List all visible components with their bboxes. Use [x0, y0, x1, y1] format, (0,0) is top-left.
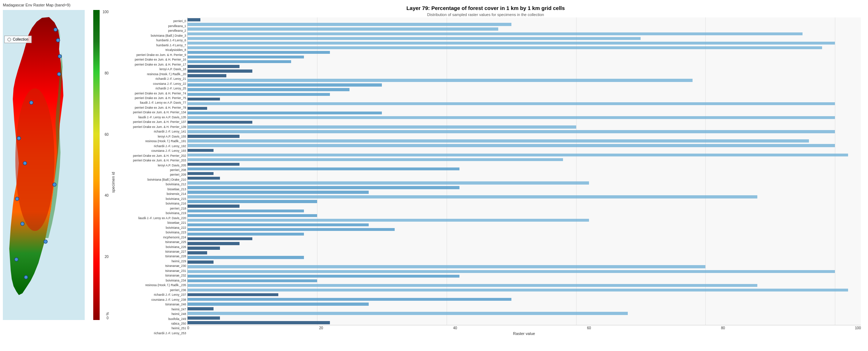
specimen-label: tsirananae_232 — [116, 273, 187, 278]
colorbar-20: 20 — [105, 255, 109, 259]
colorbar-labels: 100 80 60 40 20 0 — [102, 10, 109, 320]
bar-row — [188, 139, 861, 143]
specimen-label: perrieri Drake ex Jum. & H. Perrier_78 — [116, 105, 187, 110]
bar-row — [188, 213, 861, 218]
colorbar-0: 0 — [106, 316, 109, 320]
specimen-label: tsirananae_228 — [116, 254, 187, 259]
bar-row — [188, 111, 861, 115]
bar-row — [188, 185, 861, 190]
specimen-label: perrieri Drake ex Jum. & H. Perrier_74 — [116, 91, 187, 96]
bar — [188, 200, 317, 203]
bar — [188, 27, 498, 30]
bar — [188, 83, 382, 86]
colorbar-60: 60 — [105, 133, 109, 136]
svg-point-9 — [17, 136, 21, 140]
bar — [188, 93, 330, 96]
bar-row — [188, 237, 861, 241]
colorbar-80: 80 — [105, 71, 109, 75]
bar-row — [188, 17, 861, 22]
bar — [188, 135, 240, 138]
bar — [188, 251, 207, 254]
specimen-label: tricalysioides_8 — [116, 48, 187, 52]
chart-area: specimen id perrieri_0pervilleana_1pervi… — [110, 17, 861, 344]
bar — [188, 56, 304, 58]
x-tick: 40 — [453, 326, 457, 330]
bar-row — [188, 143, 861, 148]
specimen-label: resinosa (Hook. f.) Radlk._235 — [116, 283, 187, 288]
bar-row — [188, 125, 861, 129]
specimen-label: pervilleana_1 — [116, 24, 187, 28]
bar-row — [188, 222, 861, 227]
specimen-label: richardii J.-F. Leroy_21 — [116, 77, 187, 81]
bar-row — [188, 306, 861, 311]
bar-row — [188, 302, 861, 306]
bar — [188, 289, 848, 291]
bar — [188, 88, 349, 91]
specimen-label: perrieri Drake ex Jum. & H. Perrier_17 — [116, 62, 187, 67]
x-axis-title: Raster value — [187, 331, 861, 336]
bar — [188, 158, 563, 161]
bar-row — [188, 157, 861, 162]
specimen-label: perrieri Drake ex Jum. & H. Perrier_16 — [116, 57, 187, 62]
bar-row — [188, 134, 861, 139]
bar — [188, 181, 589, 184]
svg-point-16 — [24, 275, 28, 279]
bar-row — [188, 153, 861, 157]
specimen-label: perrieri Drake ex Jum. & H. Perrier_202 — [116, 153, 187, 158]
bar — [188, 205, 240, 207]
colorbar-100: 100 — [102, 10, 109, 14]
svg-point-11 — [53, 183, 56, 186]
specimen-label: boiviniana_226 — [116, 244, 187, 249]
specimen-label: richardii J.-F. Leroy_141 — [116, 129, 187, 134]
bar — [188, 69, 252, 72]
bar — [188, 125, 576, 128]
bar-row — [188, 316, 861, 320]
x-tick: 0 — [187, 326, 189, 330]
bar-row — [188, 241, 861, 246]
specimen-label: richardii J.-F. Leroy_192 — [116, 144, 187, 148]
y-axis-label: specimen id — [110, 21, 116, 344]
bar-row — [188, 269, 861, 274]
specimen-labels: perrieri_0pervilleana_1pervilleana_2boiv… — [116, 17, 187, 344]
bar-row — [188, 167, 861, 171]
bar — [188, 195, 757, 198]
bar-row — [188, 162, 861, 166]
bar-row — [188, 176, 861, 181]
bar — [188, 233, 304, 236]
chart-panel: Layer 79: Percentage of forest cover in … — [110, 0, 868, 351]
bar-row — [188, 73, 861, 78]
bar — [188, 102, 835, 105]
svg-point-14 — [44, 240, 47, 243]
colorbar-40: 40 — [105, 193, 109, 197]
bar-row — [188, 255, 861, 260]
bar — [188, 223, 369, 226]
specimen-label: pervilleana_2 — [116, 29, 187, 33]
specimen-label: perrieri Drake ex Jum. & H. Perrier_75 — [116, 96, 187, 100]
specimen-label: coursiana J.-F. Leroy_22 — [116, 81, 187, 86]
bar-row — [188, 251, 861, 255]
bar — [188, 65, 240, 68]
bar — [188, 237, 252, 240]
x-tick: 100 — [855, 326, 861, 330]
map-title: Madagascar Env Raster Map (band=9) — [3, 3, 70, 7]
colorbar — [93, 10, 100, 320]
bar — [188, 107, 207, 110]
specimen-label: heimii_229 — [116, 259, 187, 263]
bar — [188, 79, 693, 82]
bars-container — [187, 17, 861, 325]
bar-row — [188, 101, 861, 106]
specimen-label: perrieri_208 — [116, 168, 187, 172]
bar — [188, 219, 589, 222]
specimen-label: leroyi A.P. Davis_205 — [116, 163, 187, 167]
bar-row — [188, 129, 861, 134]
specimen-label: tsirananae_231 — [116, 268, 187, 273]
svg-point-12 — [15, 197, 19, 201]
specimen-label: bissetiae_213 — [116, 187, 187, 191]
bar — [188, 130, 835, 133]
specimen-label: humbertii J.-F.Leroy_6 — [116, 38, 187, 43]
specimen-label: perrieri Drake ex Jum. & H. Perrier_137 — [116, 120, 187, 124]
bar — [188, 321, 330, 324]
bar-row — [188, 83, 861, 87]
bar — [188, 242, 240, 245]
bar — [188, 60, 291, 63]
